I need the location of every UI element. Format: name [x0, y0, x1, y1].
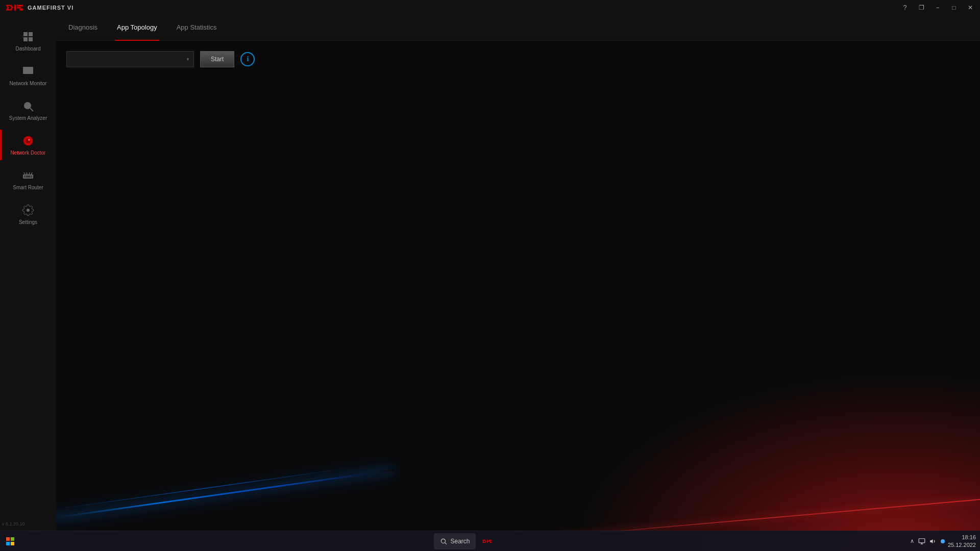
taskbar-clock: 18:16 25.12.2022 — [948, 534, 976, 548]
window-controls: ? ❐ − □ ✕ — [897, 0, 980, 15]
svg-rect-34 — [919, 538, 925, 542]
search-icon — [440, 538, 447, 545]
svg-line-22 — [27, 172, 27, 174]
svg-point-25 — [27, 209, 30, 212]
expand-tray-icon[interactable]: ∧ — [910, 538, 914, 544]
close-button[interactable]: ✕ — [963, 0, 978, 15]
taskbar-right: ∧ 18:16 25.12.2022 — [910, 534, 980, 548]
info-button[interactable]: i — [240, 52, 255, 66]
svg-rect-31 — [488, 539, 492, 540]
svg-rect-11 — [23, 67, 33, 74]
svg-rect-32 — [488, 541, 491, 542]
main-content: Start i — [56, 41, 980, 531]
sidebar-item-system-analyzer[interactable]: System Analyzer — [0, 95, 56, 126]
system-tray[interactable]: ∧ — [910, 538, 945, 545]
svg-point-19 — [25, 176, 26, 177]
svg-line-21 — [24, 172, 25, 174]
svg-rect-6 — [19, 9, 22, 11]
svg-line-23 — [29, 172, 30, 174]
volume-icon — [929, 538, 937, 545]
taskbar-search[interactable]: Search — [434, 533, 476, 549]
sidebar-item-network-monitor[interactable]: Network Monitor — [0, 60, 56, 91]
network-doctor-icon — [21, 134, 35, 148]
svg-rect-9 — [23, 37, 28, 41]
tab-app-topology[interactable]: App Topology — [115, 15, 159, 41]
svg-line-13 — [30, 108, 33, 111]
svg-marker-37 — [930, 539, 933, 543]
svg-rect-7 — [23, 32, 28, 36]
svg-rect-5 — [17, 7, 21, 8]
svg-point-20 — [30, 176, 31, 177]
svg-point-26 — [442, 539, 446, 543]
start-menu-button[interactable] — [0, 531, 20, 552]
app-title: GAMEFIRST VI — [28, 5, 74, 11]
sidebar: Dashboard Network Monitor System Analyze… — [0, 15, 56, 531]
titlebar-logo: GAMEFIRST VI — [0, 3, 74, 13]
sidebar-item-smart-router[interactable]: Smart Router — [0, 164, 56, 195]
taskbar: Search ∧ 18:16 25.12.20 — [0, 531, 980, 551]
time-display: 18:16 — [948, 534, 976, 541]
sidebar-item-settings[interactable]: Settings — [0, 199, 56, 230]
minimize-button[interactable]: − — [930, 0, 945, 15]
svg-point-15 — [26, 138, 31, 143]
app-container: Dashboard Network Monitor System Analyze… — [0, 15, 980, 531]
display-icon — [918, 538, 925, 545]
tab-bar: Diagnosis App Topology App Statistics — [56, 15, 980, 41]
rog-taskbar-icon — [481, 536, 493, 547]
sidebar-label-network-monitor: Network Monitor — [10, 81, 47, 87]
date-display: 25.12.2022 — [948, 541, 976, 548]
sidebar-label-network-doctor: Network Doctor — [11, 150, 46, 156]
svg-rect-30 — [487, 539, 488, 542]
svg-rect-4 — [17, 5, 23, 6]
svg-rect-33 — [490, 541, 492, 542]
taskbar-search-label: Search — [450, 538, 470, 545]
svg-rect-10 — [29, 37, 33, 41]
sidebar-label-settings: Settings — [19, 219, 37, 226]
help-button[interactable]: ? — [897, 0, 913, 15]
sidebar-item-network-doctor[interactable]: Network Doctor — [0, 130, 56, 160]
network-monitor-icon — [21, 64, 35, 79]
taskbar-center: Search — [20, 532, 910, 550]
smart-router-icon — [21, 168, 35, 183]
svg-point-16 — [28, 139, 30, 141]
tab-diagnosis[interactable]: Diagnosis — [66, 15, 100, 41]
restore-button[interactable]: ❐ — [914, 0, 929, 15]
svg-rect-3 — [14, 5, 16, 10]
windows-logo-icon — [6, 537, 14, 545]
network-icon — [941, 539, 945, 543]
svg-line-27 — [445, 542, 447, 544]
svg-line-24 — [31, 172, 32, 174]
settings-icon — [21, 203, 35, 217]
rog-logo-icon — [4, 3, 24, 13]
start-button[interactable]: Start — [200, 51, 234, 67]
svg-point-12 — [24, 102, 31, 109]
toolbar: Start i — [66, 51, 970, 67]
maximize-button[interactable]: □ — [946, 0, 962, 15]
app-select[interactable] — [66, 51, 194, 67]
titlebar: GAMEFIRST VI ? ❐ − □ ✕ — [0, 0, 980, 15]
taskbar-gamefirst-app[interactable] — [478, 532, 496, 550]
sidebar-label-dashboard: Dashboard — [16, 46, 41, 52]
sidebar-item-dashboard[interactable]: Dashboard — [0, 26, 56, 56]
tab-app-statistics[interactable]: App Statistics — [175, 15, 219, 41]
dashboard-icon — [21, 30, 35, 44]
sidebar-label-smart-router: Smart Router — [13, 185, 43, 191]
content-area: Diagnosis App Topology App Statistics St… — [56, 15, 980, 531]
svg-rect-8 — [29, 32, 33, 36]
system-analyzer-icon — [21, 99, 35, 113]
version-label: v 6.1.20.10 — [2, 521, 25, 527]
app-select-wrapper — [66, 51, 194, 67]
sidebar-label-system-analyzer: System Analyzer — [9, 115, 47, 121]
